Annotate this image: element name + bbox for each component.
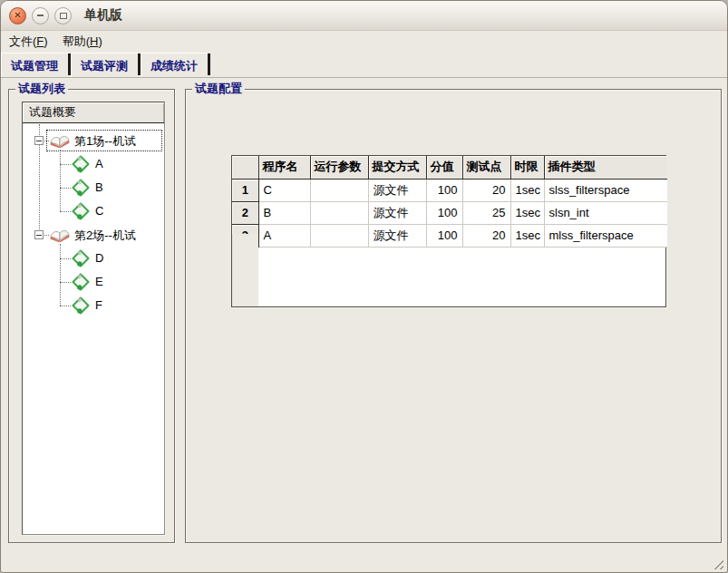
collapse-expander-icon[interactable] (34, 136, 44, 145)
menu-help-pre: 帮助( (63, 34, 90, 48)
question-config-groupbox: 试题配置 程序名 运行参数 提交方式 分值 测试点 时限 (185, 89, 722, 543)
tree-leaf-B[interactable]: B (23, 176, 164, 199)
cell-plugin[interactable]: mlss_filterspace (544, 224, 667, 247)
tab-exam-management[interactable]: 试题管理 (1, 53, 68, 77)
tree-node-session2[interactable]: 第2场--机试 (23, 223, 164, 247)
tree-leaf-label: F (95, 298, 102, 312)
config-table-widget[interactable]: 程序名 运行参数 提交方式 分值 测试点 时限 插件类型 1 C 源文件 100 (231, 155, 666, 307)
column-header-score[interactable]: 分值 (426, 156, 462, 179)
table-row: 3 A 源文件 100 20 1sec mlss_filterspace (232, 224, 667, 247)
config-table: 程序名 运行参数 提交方式 分值 测试点 时限 插件类型 1 C 源文件 100 (232, 156, 667, 248)
problem-diamond-icon (72, 296, 90, 315)
tree-leaf-C[interactable]: C (23, 199, 164, 223)
question-config-label: 试题配置 (192, 82, 245, 95)
cell-plugin[interactable]: slsn_int (544, 201, 667, 224)
cell-score[interactable]: 100 (426, 179, 462, 201)
close-button[interactable]: ✕ (9, 7, 26, 24)
tree-node-label: 第1场--机试 (74, 133, 136, 150)
column-header-testpoints[interactable]: 测试点 (462, 156, 510, 179)
question-list-groupbox: 试题列表 试题概要 (8, 89, 175, 543)
app-window: ✕ 单机版 文件(F) 帮助(H) 试题管理 试题评测 成绩统计 试题列表 试题… (0, 0, 728, 573)
tab-exam-evaluation[interactable]: 试题评测 (71, 53, 138, 77)
open-book-icon (49, 132, 71, 148)
table-row: 1 C 源文件 100 20 1sec slss_filterspace (232, 179, 667, 201)
problem-diamond-icon (72, 179, 90, 197)
cell-args[interactable] (310, 201, 368, 224)
row-header[interactable]: 1 (232, 179, 258, 201)
cell-program[interactable]: B (258, 201, 310, 224)
cell-args[interactable] (310, 224, 368, 247)
tree-header[interactable]: 试题概要 (23, 102, 164, 123)
collapse-expander-icon[interactable] (34, 230, 44, 239)
cell-timelimit[interactable]: 1sec (510, 224, 544, 247)
tree-leaf-E[interactable]: E (23, 270, 164, 294)
cell-testpoints[interactable]: 25 (462, 201, 510, 224)
minimize-icon (37, 15, 44, 16)
row-header[interactable]: 2 (232, 201, 258, 224)
cell-program[interactable]: C (258, 179, 310, 201)
problem-diamond-icon (72, 249, 90, 267)
menu-help-mnemonic: H (90, 34, 98, 48)
corner-header-cell[interactable] (232, 156, 258, 179)
tree-connector-line (60, 164, 71, 165)
cell-submit[interactable]: 源文件 (368, 179, 426, 201)
problem-diamond-icon (72, 202, 90, 220)
menu-help[interactable]: 帮助(H) (63, 34, 102, 50)
menubar: 文件(F) 帮助(H) (1, 31, 727, 53)
tree-leaf-label: D (95, 251, 103, 265)
tabbar: 试题管理 试题评测 成绩统计 (1, 53, 727, 78)
tree-leaf-A[interactable]: A (23, 152, 164, 176)
tree-leaf-D[interactable]: D (23, 247, 164, 270)
tree-node-label: 第2场--机试 (74, 228, 136, 244)
column-header-args[interactable]: 运行参数 (310, 156, 368, 179)
tree-connector-line (60, 188, 71, 189)
cell-submit[interactable]: 源文件 (368, 201, 426, 224)
cell-plugin[interactable]: slss_filterspace (544, 179, 667, 201)
table-row: 2 B 源文件 100 25 1sec slsn_int (232, 201, 667, 224)
tree-node-session1[interactable]: 第1场--机试 (23, 129, 164, 152)
tree-leaf-label: A (95, 157, 103, 170)
titlebar[interactable]: ✕ 单机版 (1, 1, 727, 31)
window-controls: ✕ (9, 7, 72, 24)
table-header-row: 程序名 运行参数 提交方式 分值 测试点 时限 插件类型 (232, 156, 667, 179)
column-header-submit[interactable]: 提交方式 (368, 156, 426, 179)
tree-leaf-label: E (95, 275, 103, 288)
menu-file[interactable]: 文件(F) (9, 34, 48, 50)
tab-score-statistics[interactable]: 成绩统计 (141, 53, 208, 77)
menu-file-pre: 文件( (9, 34, 36, 48)
cell-score[interactable]: 100 (426, 201, 462, 224)
tree-connector-line (60, 258, 71, 259)
cell-testpoints[interactable]: 20 (462, 179, 510, 201)
column-header-plugin[interactable]: 插件类型 (544, 156, 667, 179)
column-header-timelimit[interactable]: 时限 (510, 156, 544, 179)
cell-timelimit[interactable]: 1sec (510, 179, 544, 201)
open-book-icon (49, 227, 71, 242)
row-header-strip (232, 234, 258, 306)
question-list-label: 试题列表 (15, 82, 68, 95)
cell-program[interactable]: A (258, 224, 310, 247)
tree-connector-line (60, 282, 71, 283)
minimize-button[interactable] (32, 7, 49, 24)
cell-submit[interactable]: 源文件 (368, 224, 426, 247)
main-content: 试题列表 试题概要 (3, 78, 725, 570)
tree-leaf-label: C (95, 204, 103, 218)
tree-connector-line (60, 211, 71, 212)
problem-diamond-icon (72, 155, 90, 173)
tree-connector-line (60, 306, 71, 306)
window-title: 单机版 (84, 7, 122, 24)
maximize-icon (60, 13, 67, 19)
menu-file-post: ) (44, 34, 47, 48)
cell-timelimit[interactable]: 1sec (510, 201, 544, 224)
tree-leaf-label: B (95, 180, 103, 194)
menu-help-post: ) (98, 34, 102, 48)
maximize-button[interactable] (54, 7, 72, 24)
tab-separator (208, 53, 210, 75)
cell-args[interactable] (310, 179, 368, 201)
tree-leaf-F[interactable]: F (23, 294, 164, 317)
problem-diamond-icon (72, 273, 90, 291)
cell-testpoints[interactable]: 20 (462, 224, 510, 247)
question-tree[interactable]: 试题概要 (22, 102, 165, 535)
column-header-program[interactable]: 程序名 (258, 156, 310, 179)
cell-score[interactable]: 100 (426, 224, 462, 247)
tree-body: 第1场--机试 A (23, 124, 164, 534)
